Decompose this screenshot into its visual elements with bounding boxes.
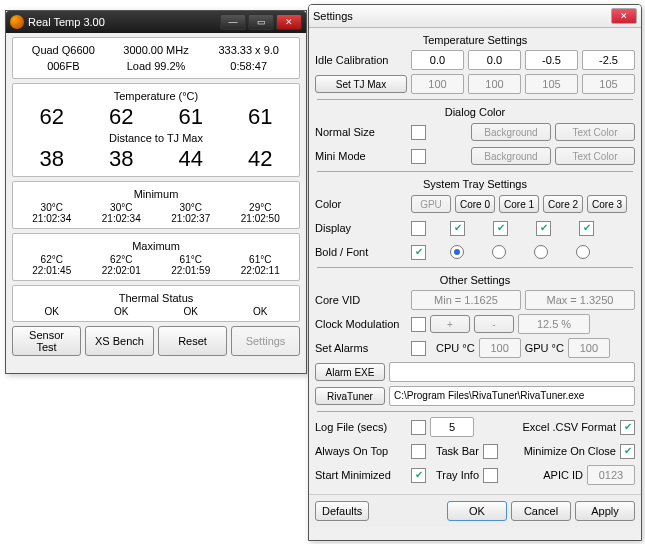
tray-core3-button[interactable]: Core 3 bbox=[587, 195, 627, 213]
taskbar-checkbox[interactable] bbox=[483, 444, 498, 459]
tray-core0-button[interactable]: Core 0 bbox=[455, 195, 495, 213]
alarm-cpu-value: 100 bbox=[479, 338, 521, 358]
mini-textcolor-button: Text Color bbox=[555, 147, 635, 165]
clockmod-label: Clock Modulation bbox=[315, 318, 407, 330]
dist-core1: 38 bbox=[87, 146, 157, 172]
font-core1-radio[interactable] bbox=[492, 245, 506, 259]
mini-mode-checkbox[interactable] bbox=[411, 149, 426, 164]
idle-cal-0-input[interactable]: 0.0 bbox=[411, 50, 464, 70]
display-core3-checkbox[interactable] bbox=[579, 221, 594, 236]
font-core2-radio[interactable] bbox=[534, 245, 548, 259]
rivatuner-path[interactable]: C:\Program Files\RivaTuner\RivaTuner.exe bbox=[389, 386, 635, 406]
tray-core2-button[interactable]: Core 2 bbox=[543, 195, 583, 213]
minclose-checkbox[interactable] bbox=[620, 444, 635, 459]
temperature-panel: Temperature (°C) 62 62 61 61 Distance to… bbox=[12, 83, 300, 177]
tjmax-2: 105 bbox=[525, 74, 578, 94]
apply-button[interactable]: Apply bbox=[575, 501, 635, 521]
main-title: Real Temp 3.00 bbox=[28, 16, 220, 28]
thermal0: OK bbox=[17, 306, 87, 317]
xs-bench-button[interactable]: XS Bench bbox=[85, 326, 154, 356]
cpu-name: Quad Q6600 bbox=[17, 44, 110, 56]
startmin-label: Start Minimized bbox=[315, 469, 407, 481]
maximize-button[interactable]: ▭ bbox=[248, 14, 274, 30]
temp-core3: 61 bbox=[226, 104, 296, 130]
logfile-secs-input[interactable]: 5 bbox=[430, 417, 474, 437]
settings-button: Settings bbox=[231, 326, 300, 356]
maximum-panel: Maximum 62°C 62°C 61°C 61°C 22:01:45 22:… bbox=[12, 233, 300, 281]
min-label: Minimum bbox=[17, 188, 295, 200]
max-t0: 62°C bbox=[17, 254, 87, 265]
display-core1-checkbox[interactable] bbox=[493, 221, 508, 236]
font-core0-radio[interactable] bbox=[450, 245, 464, 259]
temp-core0: 62 bbox=[17, 104, 87, 130]
tjmax-3: 105 bbox=[582, 74, 635, 94]
close-button[interactable]: ✕ bbox=[276, 14, 302, 30]
min-t2: 30°C bbox=[156, 202, 226, 213]
ok-button[interactable]: OK bbox=[447, 501, 507, 521]
taskbar-label: Task Bar bbox=[436, 445, 479, 457]
logfile-checkbox[interactable] bbox=[411, 420, 426, 435]
mini-mode-label: Mini Mode bbox=[315, 150, 407, 162]
apic-label: APIC ID bbox=[543, 469, 583, 481]
alarm-exe-button[interactable]: Alarm EXE bbox=[315, 363, 385, 381]
dist-core3: 42 bbox=[226, 146, 296, 172]
setalarms-checkbox[interactable] bbox=[411, 341, 426, 356]
corevid-label: Core VID bbox=[315, 294, 407, 306]
max-label: Maximum bbox=[17, 240, 295, 252]
idle-cal-2-input[interactable]: -0.5 bbox=[525, 50, 578, 70]
aot-checkbox[interactable] bbox=[411, 444, 426, 459]
settings-body: Temperature Settings Idle Calibration 0.… bbox=[309, 28, 641, 490]
tray-gpu-button: GPU bbox=[411, 195, 451, 213]
idle-cal-3-input[interactable]: -2.5 bbox=[582, 50, 635, 70]
alarm-exe-path[interactable] bbox=[389, 362, 635, 382]
max-t1: 62°C bbox=[87, 254, 157, 265]
reset-button[interactable]: Reset bbox=[158, 326, 227, 356]
aot-label: Always On Top bbox=[315, 445, 407, 457]
tray-display-label: Display bbox=[315, 222, 407, 234]
minimum-panel: Minimum 30°C 30°C 30°C 29°C 21:02:34 21:… bbox=[12, 181, 300, 229]
defaults-button[interactable]: Defaults bbox=[315, 501, 369, 521]
rivatuner-button[interactable]: RivaTuner bbox=[315, 387, 385, 405]
min-time0: 21:02:34 bbox=[17, 213, 87, 224]
bold-checkbox[interactable] bbox=[411, 245, 426, 260]
idle-cal-1-input[interactable]: 0.0 bbox=[468, 50, 521, 70]
main-button-row: Sensor Test XS Bench Reset Settings bbox=[12, 326, 300, 356]
csv-checkbox[interactable] bbox=[620, 420, 635, 435]
min-t3: 29°C bbox=[226, 202, 296, 213]
max-time2: 22:01:59 bbox=[156, 265, 226, 276]
settings-title: Settings bbox=[313, 10, 611, 22]
thermal1: OK bbox=[87, 306, 157, 317]
realtemp-window: Real Temp 3.00 — ▭ ✕ Quad Q6600 3000.00 … bbox=[5, 10, 307, 374]
display-core2-checkbox[interactable] bbox=[536, 221, 551, 236]
min-t1: 30°C bbox=[87, 202, 157, 213]
font-core3-radio[interactable] bbox=[576, 245, 590, 259]
sensor-test-button[interactable]: Sensor Test bbox=[12, 326, 81, 356]
settings-close-button[interactable]: ✕ bbox=[611, 8, 637, 24]
csv-label: Excel .CSV Format bbox=[522, 421, 616, 433]
set-tjmax-button[interactable]: Set TJ Max bbox=[315, 75, 407, 93]
tjmax-1: 100 bbox=[468, 74, 521, 94]
normal-size-checkbox[interactable] bbox=[411, 125, 426, 140]
max-time1: 22:02:01 bbox=[87, 265, 157, 276]
dist-label: Distance to TJ Max bbox=[17, 132, 295, 144]
clockmod-checkbox[interactable] bbox=[411, 317, 426, 332]
dist-core0: 38 bbox=[17, 146, 87, 172]
cpu-mult: 333.33 x 9.0 bbox=[202, 44, 295, 56]
display-core0-checkbox[interactable] bbox=[450, 221, 465, 236]
max-t3: 61°C bbox=[226, 254, 296, 265]
startmin-checkbox[interactable] bbox=[411, 468, 426, 483]
tray-core1-button[interactable]: Core 1 bbox=[499, 195, 539, 213]
realtemp-app-icon bbox=[10, 15, 24, 29]
gpu-c-label: GPU °C bbox=[525, 342, 564, 354]
cancel-button[interactable]: Cancel bbox=[511, 501, 571, 521]
temp-label: Temperature (°C) bbox=[17, 90, 295, 102]
min-time1: 21:02:34 bbox=[87, 213, 157, 224]
trayinfo-checkbox[interactable] bbox=[483, 468, 498, 483]
mini-background-button: Background bbox=[471, 147, 551, 165]
other-settings-header: Other Settings bbox=[315, 274, 635, 286]
uptime: 0:58:47 bbox=[202, 60, 295, 72]
temp-core1: 62 bbox=[87, 104, 157, 130]
settings-window: Settings ✕ Temperature Settings Idle Cal… bbox=[308, 4, 642, 541]
display-gpu-checkbox[interactable] bbox=[411, 221, 426, 236]
minimize-button[interactable]: — bbox=[220, 14, 246, 30]
